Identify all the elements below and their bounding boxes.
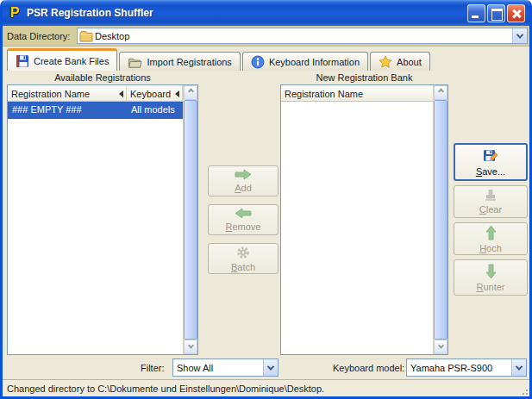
remove-button[interactable]: Remove [208, 204, 279, 235]
chevron-down-icon [516, 31, 523, 38]
app-window: P PSR Registration Shuffler Data Directo… [0, 0, 532, 399]
filter-label: Filter: [141, 363, 165, 373]
scroll-down-button[interactable] [184, 340, 197, 354]
keyboard-model-value: Yamaha PSR-S900 [407, 363, 511, 373]
data-directory-bar: Data Directory: Desktop [3, 26, 529, 47]
status-bar: Changed directory to C:\Dokumente und Ei… [3, 379, 529, 396]
data-directory-value: Desktop [93, 31, 512, 41]
tab-label: Create Bank Files [34, 56, 109, 66]
minimize-button[interactable] [467, 4, 485, 22]
scroll-down-button[interactable] [434, 340, 448, 354]
arrow-left-icon [235, 208, 252, 219]
scrollbar-thumb[interactable] [184, 100, 197, 340]
info-icon [251, 55, 265, 69]
status-text: Changed directory to C:\Dokumente und Ei… [7, 383, 324, 394]
arrow-up-icon [485, 225, 497, 240]
folder-icon [79, 29, 93, 43]
tab-keyboard-information[interactable]: Keyboard Information [242, 52, 368, 71]
open-folder-icon [128, 55, 142, 69]
chevron-down-icon [516, 363, 523, 370]
available-list-scrollbar[interactable] [183, 85, 197, 354]
column-header-registration-name[interactable]: Registration Name [281, 85, 433, 101]
column-header-keyboard[interactable]: Keyboard [127, 85, 183, 101]
tab-label: About [397, 57, 422, 67]
eraser-icon [484, 189, 498, 202]
tab-label: Import Registrations [147, 57, 231, 67]
new-registration-bank-caption: New Registration Bank [280, 72, 448, 83]
tab-about[interactable]: About [370, 52, 430, 71]
chevron-down-icon [187, 343, 193, 349]
data-directory-label: Data Directory: [3, 31, 70, 41]
create-bank-files-page: Available Registrations Registration Nam… [3, 71, 529, 357]
keyboard-model-combobox[interactable]: Yamaha PSR-S900 [406, 358, 527, 377]
window-title: PSR Registration Shuffler [27, 7, 467, 19]
keyboard-model-dropdown-button[interactable] [511, 359, 526, 376]
arrow-right-icon [235, 169, 252, 180]
floppy-disk-icon [16, 54, 29, 68]
clear-button[interactable]: Clear [454, 185, 528, 218]
data-directory-dropdown-button[interactable] [512, 28, 527, 43]
hoch-button[interactable]: Hoch [454, 222, 528, 255]
bank-list-scrollbar[interactable] [433, 85, 448, 354]
chevron-up-icon [437, 89, 443, 95]
column-header-registration-name[interactable]: Registration Name [8, 85, 127, 101]
chevron-up-icon [187, 89, 193, 95]
cell-keyboard: All models [127, 102, 183, 119]
arrow-down-icon [485, 264, 497, 279]
available-registrations-caption: Available Registrations [7, 72, 198, 83]
runter-button[interactable]: Runter [454, 259, 528, 296]
batch-button[interactable]: Batch [208, 243, 279, 274]
tab-create-bank-files[interactable]: Create Bank Files [7, 48, 117, 71]
filter-value: Show All [173, 363, 263, 373]
tab-bar: Create Bank Files Import Registrations K… [3, 47, 529, 71]
cell-registration-name: ### EMPTY ### [8, 102, 127, 119]
available-list-header: Registration Name Keyboard [8, 85, 183, 102]
resize-grip-icon[interactable] [519, 386, 528, 395]
star-icon [379, 55, 392, 69]
maximize-button[interactable] [487, 4, 505, 22]
scroll-up-button[interactable] [434, 85, 448, 100]
new-registration-bank-list: Registration Name [280, 84, 448, 355]
filter-combobox[interactable]: Show All [172, 358, 279, 377]
tab-import-registrations[interactable]: Import Registrations [119, 52, 240, 71]
add-button[interactable]: Add [208, 165, 279, 196]
chevron-down-icon [437, 343, 443, 349]
sort-indicator-icon [119, 90, 123, 97]
gear-icon [236, 246, 250, 259]
table-row[interactable]: ### EMPTY ### All models [8, 102, 183, 119]
available-registrations-list: Registration Name Keyboard ### EMPTY ###… [7, 84, 198, 355]
chevron-down-icon [267, 363, 274, 370]
app-icon: P [7, 5, 22, 21]
save-icon [483, 148, 498, 164]
scroll-up-button[interactable] [184, 85, 197, 100]
bank-list-header: Registration Name [281, 85, 433, 102]
sort-indicator-icon [175, 90, 179, 97]
close-button[interactable] [507, 4, 525, 22]
scrollbar-thumb[interactable] [434, 100, 448, 340]
keyboard-model-label: Keyboard model: [333, 363, 404, 373]
save-button[interactable]: Save... [454, 143, 528, 181]
filter-dropdown-button[interactable] [263, 359, 278, 376]
data-directory-combobox[interactable]: Desktop [77, 28, 528, 44]
filter-row: Filter: Show All Keyboard model: Yamaha … [3, 357, 529, 379]
title-bar[interactable]: P PSR Registration Shuffler [3, 0, 529, 26]
tab-label: Keyboard Information [269, 57, 360, 67]
